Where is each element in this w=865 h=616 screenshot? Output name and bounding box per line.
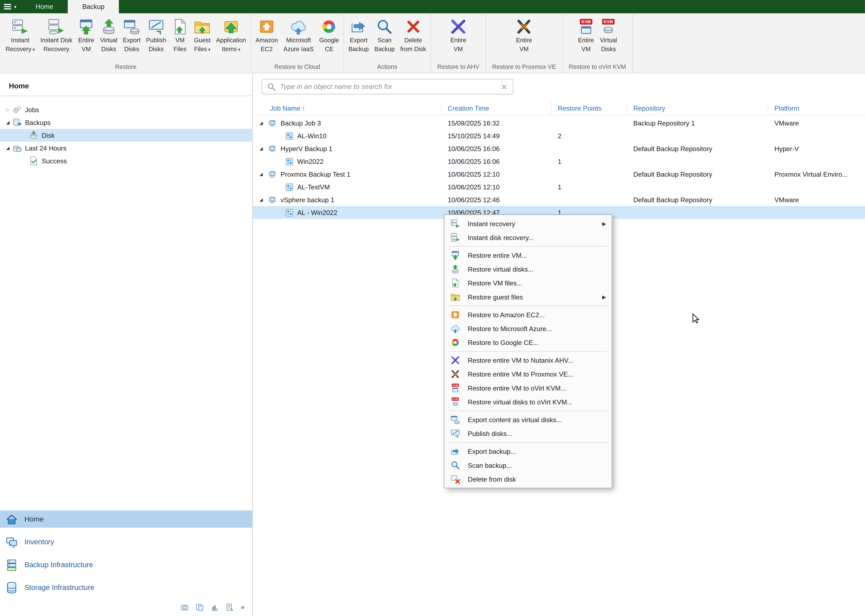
ovirt-kvm-disks-icon [600,18,617,35]
reports-view-icon[interactable] [226,603,234,611]
menu-item-instant-recovery[interactable]: Instant recovery [445,217,611,230]
menu-item-restore-to-google-ce[interactable]: Restore to Google CE... [445,336,611,349]
tab-backup[interactable]: Backup [68,0,119,13]
virtual-disks-icon [451,264,460,274]
column-header-restore-points[interactable]: Restore Points [552,101,627,115]
export-backup-button[interactable]: Export Backup [346,17,371,54]
table-row[interactable]: vSphere backup 1 10/06/2025 12:46 Defaul… [253,193,865,206]
menu-item-publish-disks[interactable]: Publish disks... [445,427,611,440]
application-items-icon [223,18,239,35]
application-items-button[interactable]: Application Items [214,17,249,55]
expander-icon[interactable] [260,146,266,151]
sidebar-item-inventory[interactable]: Inventory [0,533,252,550]
amazon-ec2-button[interactable]: Amazon EC2 [253,17,281,54]
search-input[interactable] [280,83,500,91]
menu-item-instant-disk-recovery[interactable]: Instant disk recovery... [445,231,611,244]
vm-icon [285,208,294,217]
expander-icon[interactable] [260,121,266,126]
mouse-cursor [692,313,700,324]
main-menu-button[interactable]: ▼ [0,0,21,13]
expander-icon[interactable] [5,146,11,151]
tape-view-icon[interactable] [181,603,189,611]
menu-item-scan-backup[interactable]: Scan backup... [445,458,611,472]
export-backup-icon [451,447,460,456]
sidebar-item-label: Storage Infrastructure [25,583,94,591]
menu-item-restore-guest-files[interactable]: Restore guest files [445,290,611,304]
ribbon-group-restore-to-ovirt-kvm: Entire VM Virtual Disks Restore to oVirt… [563,13,633,73]
expander-icon[interactable] [5,107,11,112]
sidebar-item-backup-infrastructure[interactable]: Backup Infrastructure [0,556,252,573]
menu-item-restore-entire-vm-to-proxmox-ve[interactable]: Restore entire VM to Proxmox VE... [445,367,611,381]
clear-search-icon[interactable] [500,83,508,90]
delete-from-disk-button[interactable]: Delete from Disk [398,17,429,54]
table-header: Job Name Creation Time Restore Points Re… [253,101,865,115]
column-header-job-name[interactable]: Job Name [253,101,442,115]
files-view-icon[interactable] [196,603,204,611]
tree-item-backups[interactable]: Backups [0,116,252,129]
tree-item-last-24-hours[interactable]: Last 24 Hours [0,141,252,154]
submenu-arrow-icon [602,221,606,226]
menu-item-restore-entire-vm-to-nutanix-ahv[interactable]: Restore entire VM to Nutanix AHV... [445,353,611,367]
expander-icon[interactable] [260,172,266,177]
sidebar-title: Home [0,73,252,96]
restore-entire-vm-to-proxmox-button[interactable]: Entire VM [513,17,535,54]
table-row[interactable]: Win2022 10/06/2025 16:06 1 [253,155,865,168]
restore-virtual-disks-button[interactable]: Virtual Disks [97,17,120,54]
instant-disk-recovery-button[interactable]: Instant Disk Recovery [38,17,75,54]
expander-icon[interactable] [5,120,11,125]
menu-item-restore-entire-vm-to-ovirt-kvm[interactable]: Restore entire VM to oVirt KVM... [445,381,611,395]
restore-virtual-disks-to-kvm-button[interactable]: Virtual Disks [597,17,620,54]
sidebar-item-label: Inventory [25,538,54,546]
instant-recovery-button[interactable]: Instant Recovery [3,17,38,55]
tree-item-disk[interactable]: Disk [0,129,252,141]
menu-item-export-content-as-virtual-disks[interactable]: Export content as virtual disks... [445,413,611,427]
menu-item-restore-entire-vm[interactable]: Restore entire VM... [445,248,611,262]
table-row[interactable]: AL-Win10 15/10/2025 14:49 2 [253,129,865,142]
column-header-repository[interactable]: Repository [627,101,768,115]
scan-backup-icon [451,460,460,470]
menu-item-export-backup[interactable]: Export backup... [445,444,611,458]
restore-entire-vm-to-ahv-button[interactable]: Entire VM [447,17,469,54]
sidebar-item-storage-infrastructure[interactable]: Storage Infrastructure [0,579,252,596]
restore-entire-vm-to-kvm-button[interactable]: Entire VM [575,17,597,54]
menu-item-restore-to-microsoft-azure[interactable]: Restore to Microsoft Azure... [445,322,611,336]
table-row[interactable]: HyperV Backup 1 10/06/2025 16:06 Default… [253,142,865,155]
menu-item-restore-to-amazon-ec2[interactable]: Restore to Amazon EC2... [445,308,611,322]
export-disks-button[interactable]: Export Disks [120,17,143,54]
more-views-chevron-icon[interactable] [241,603,244,611]
ribbon-group-restore-to-ahv: Entire VM Restore to AHV [431,13,486,73]
nutanix-ahv-icon [450,18,467,35]
instant-recovery-icon [451,219,460,228]
backup-job-icon [268,119,277,127]
menu-item-restore-virtual-disks[interactable]: Restore virtual disks... [445,262,611,276]
tree-item-success[interactable]: Success [0,154,252,167]
column-header-platform[interactable]: Platform [768,101,865,115]
google-ce-button[interactable]: Google CE [316,17,341,54]
microsoft-azure-button[interactable]: Microsoft Azure IaaS [281,17,316,54]
tab-home[interactable]: Home [21,0,68,13]
guest-files-icon [451,292,460,302]
main-content: Job Name Creation Time Restore Points Re… [253,73,865,616]
context-menu: Instant recovery Instant disk recovery..… [444,214,612,488]
menu-item-restore-virtual-disks-to-ovirt-kvm[interactable]: Restore virtual disks to oVirt KVM... [445,395,611,409]
tree-item-label: Jobs [25,106,39,114]
table-row[interactable]: Backup Job 3 15/09/2025 16:32 Backup Rep… [253,116,865,129]
restore-entire-vm-button[interactable]: Entire VM [75,17,97,54]
backup-job-icon [268,144,277,153]
submenu-arrow-icon [602,294,606,300]
column-header-creation-time[interactable]: Creation Time [442,101,552,115]
scan-backup-button[interactable]: Scan Backup [371,17,398,54]
proxmox-ve-icon [451,369,460,379]
table-row[interactable]: AL-TestVM 10/06/2025 12:10 1 [253,181,865,193]
menu-item-delete-from-disk[interactable]: Delete from disk [445,472,611,486]
ribbon-group-restore: Instant Recovery Instant Disk Recovery E… [1,13,251,73]
publish-disks-button[interactable]: Publish Disks [143,17,169,54]
menu-item-restore-vm-files[interactable]: Restore VM files... [445,276,611,290]
table-row[interactable]: Proxmox Backup Test 1 10/06/2025 12:10 D… [253,168,865,181]
analytics-view-icon[interactable] [211,603,219,611]
vm-files-button[interactable]: VM Files [169,17,191,54]
expander-icon[interactable] [260,197,266,202]
tree-item-jobs[interactable]: Jobs [0,103,252,116]
guest-files-button[interactable]: Guest Files [191,17,214,55]
sidebar-item-home[interactable]: Home [0,511,252,528]
